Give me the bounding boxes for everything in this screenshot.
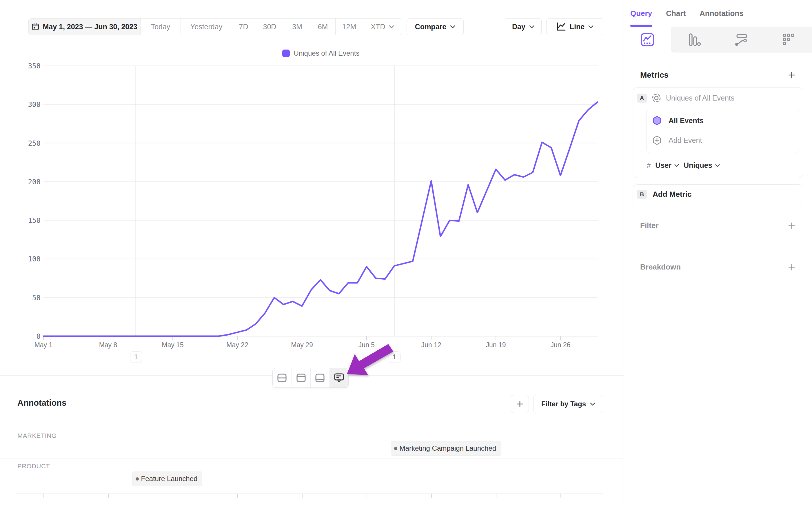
metric-settings-icon[interactable] <box>651 93 661 103</box>
chevron-down-icon <box>588 25 594 28</box>
metric-name: Uniques of All Events <box>666 94 734 102</box>
svg-text:May 22: May 22 <box>226 341 248 349</box>
granularity-button[interactable]: Day <box>505 18 542 35</box>
add-metric-plus-button[interactable] <box>788 71 796 79</box>
date-range-control: May 1, 2023 — Jun 30, 2023 Today Yesterd… <box>28 18 402 35</box>
svg-text:May 29: May 29 <box>291 341 313 349</box>
filter-label: Filter <box>640 221 659 230</box>
chart-type-bar[interactable] <box>671 27 718 53</box>
legend-label: Uniques of All Events <box>294 49 360 57</box>
insights-line-icon <box>640 32 655 47</box>
event-list: All Events Add Event <box>646 108 799 153</box>
chevron-down-icon <box>674 164 679 167</box>
svg-text:300: 300 <box>28 100 40 109</box>
ruler-tick <box>173 494 173 498</box>
svg-text:50: 50 <box>32 294 40 302</box>
add-event-hexagon-plus-icon <box>652 135 662 146</box>
breakdown-label: Breakdown <box>640 263 681 271</box>
plus-icon <box>516 400 524 408</box>
calendar-icon <box>31 22 39 31</box>
count-type-prefix: # <box>647 161 651 170</box>
add-event-label: Add Event <box>668 136 702 145</box>
annotation-chip[interactable]: Marketing Campaign Launched <box>391 441 501 455</box>
bar-chart-icon <box>688 33 701 47</box>
svg-text:250: 250 <box>28 140 40 148</box>
chevron-down-icon <box>529 25 534 28</box>
annotations-panel-title: Annotations <box>17 398 66 408</box>
band-label: PRODUCT <box>17 462 50 470</box>
annotation-marker-badge[interactable]: 1 <box>130 351 142 363</box>
query-sidebar: Query Chart Annotations <box>624 0 812 506</box>
add-metric-card[interactable]: B Add Metric <box>633 184 803 204</box>
agg-function-dropdown[interactable]: Uniques <box>684 161 720 170</box>
ruler-tick <box>367 494 367 498</box>
band-label: MARKETING <box>17 432 57 440</box>
chevron-down-icon <box>715 164 720 167</box>
preset-xtd[interactable]: XTD <box>363 18 402 35</box>
chart-layout-toolbar <box>272 368 349 388</box>
bottom-panel-icon <box>315 373 325 383</box>
chart-legend[interactable]: Uniques of All Events <box>43 49 598 57</box>
preset-30d[interactable]: 30D <box>255 18 284 35</box>
sidebar-tabs: Query Chart Annotations <box>624 0 812 27</box>
svg-text:100: 100 <box>28 255 40 263</box>
ruler-tick <box>43 494 44 498</box>
chart-type-metric[interactable] <box>765 27 812 53</box>
agg-entity-dropdown[interactable]: User <box>655 161 679 170</box>
plus-icon <box>788 222 796 230</box>
bottom-panel-layout-button[interactable] <box>310 368 330 388</box>
annotation-dot <box>394 447 397 450</box>
aggregation-row: # User Uniques <box>647 161 799 170</box>
preset-6m[interactable]: 6M <box>310 18 335 35</box>
preset-7d[interactable]: 7D <box>232 18 255 35</box>
split-rows-icon <box>277 373 287 383</box>
preset-3m[interactable]: 3M <box>284 18 310 35</box>
annotation-chip[interactable]: Feature Launched <box>132 472 202 486</box>
compare-button[interactable]: Compare <box>407 18 464 35</box>
chart-type-insights[interactable] <box>624 27 671 53</box>
top-panel-layout-button[interactable] <box>291 368 311 388</box>
ruler-line <box>16 494 603 494</box>
chevron-down-icon <box>389 25 394 28</box>
svg-text:Jun 26: Jun 26 <box>550 341 570 349</box>
chevron-down-icon <box>590 403 595 406</box>
pointer-arrow <box>339 339 400 383</box>
svg-text:May 15: May 15 <box>162 341 183 349</box>
svg-text:150: 150 <box>28 217 40 225</box>
split-rows-layout-button[interactable] <box>273 368 291 388</box>
flows-icon <box>735 33 748 47</box>
chart-type-selector <box>624 27 812 53</box>
chart-type-button[interactable]: Line <box>546 18 603 35</box>
tab-query[interactable]: Query <box>630 0 652 27</box>
date-range-button[interactable]: May 1, 2023 — Jun 30, 2023 <box>29 18 140 35</box>
filter-by-tags-button[interactable]: Filter by Tags <box>533 395 603 413</box>
line-chart-icon <box>556 22 566 31</box>
tab-annotations[interactable]: Annotations <box>700 0 744 27</box>
svg-text:May 8: May 8 <box>99 341 117 349</box>
svg-text:0: 0 <box>36 332 40 341</box>
event-hexagon-icon <box>652 115 662 126</box>
breakdown-section: Breakdown <box>640 263 796 271</box>
ruler-tick <box>496 494 497 498</box>
add-event-row[interactable]: Add Event <box>652 134 794 147</box>
preset-yesterday[interactable]: Yesterday <box>181 18 232 35</box>
svg-text:350: 350 <box>28 62 40 70</box>
metric-letter-badge: B <box>637 190 647 199</box>
add-breakdown-button[interactable] <box>788 263 796 271</box>
add-annotation-button[interactable] <box>511 395 529 413</box>
plus-icon <box>788 263 796 271</box>
annotation-dot <box>136 477 139 481</box>
ruler-tick <box>560 494 561 498</box>
svg-text:200: 200 <box>28 178 40 186</box>
ruler-tick <box>302 494 302 498</box>
preset-today[interactable]: Today <box>140 18 181 35</box>
add-filter-button[interactable] <box>788 222 796 230</box>
legend-swatch <box>282 50 290 57</box>
filter-section: Filter <box>640 221 796 230</box>
preset-12m[interactable]: 12M <box>335 18 363 35</box>
chart-type-flows[interactable] <box>718 27 765 53</box>
event-row-all-events[interactable]: All Events <box>652 114 794 127</box>
metric-letter-badge: A <box>637 94 647 103</box>
event-label: All Events <box>668 116 704 125</box>
tab-chart[interactable]: Chart <box>666 0 686 27</box>
